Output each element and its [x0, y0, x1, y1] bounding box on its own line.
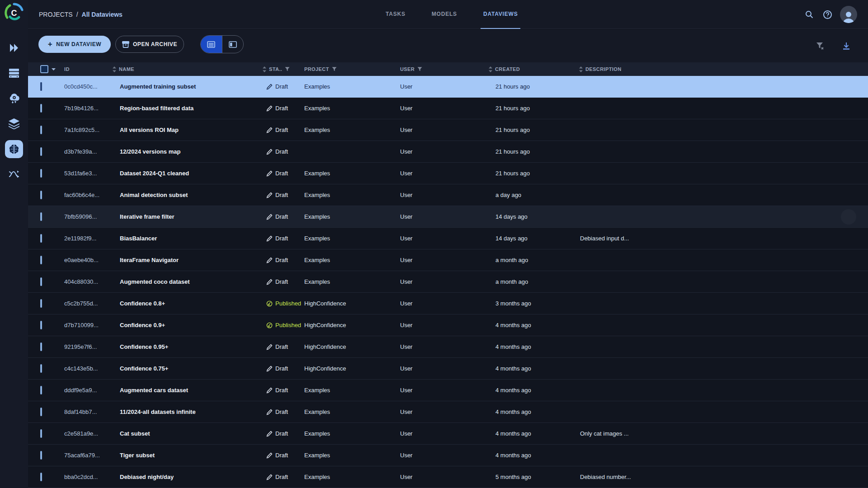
open-archive-button[interactable]: OPEN ARCHIVE	[115, 36, 184, 53]
table-row[interactable]: d3b7fe39a...12/2024 versions mapDraftUse…	[28, 141, 868, 163]
row-checkbox[interactable]	[40, 82, 42, 91]
column-header-description[interactable]: DESCRIPTION	[579, 62, 868, 76]
sidebar-item-autoscalers[interactable]	[5, 89, 23, 108]
row-menu-button[interactable]	[841, 209, 856, 225]
sidebar-item-workers-queues[interactable]	[5, 64, 23, 82]
table-row[interactable]: fac60b6c4e...Animal detection subsetDraf…	[28, 184, 868, 206]
table-row[interactable]: c2e581a9e...Cat subsetDraftExamplesUser4…	[28, 423, 868, 445]
row-checkbox[interactable]	[40, 343, 42, 351]
cell-id: c2e581a9e...	[61, 430, 113, 437]
table-row[interactable]: 8daf14bb7...11/2024-all datasets infinit…	[28, 401, 868, 423]
column-header-status[interactable]: STA..	[263, 62, 300, 76]
cell-user: User	[396, 213, 489, 220]
table-row[interactable]: 0c0cd450c...Augmented training subsetDra…	[28, 76, 868, 98]
breadcrumb-projects[interactable]: PROJECTS	[39, 11, 73, 18]
row-checkbox[interactable]	[40, 451, 42, 460]
sidebar-item-pipelines[interactable]	[5, 165, 23, 183]
table-row[interactable]: bba0c2dcd...Debiased night/dayDraftExamp…	[28, 466, 868, 488]
column-header-id[interactable]: ID	[61, 62, 113, 76]
row-checkbox[interactable]	[40, 169, 42, 178]
cell-user: User	[396, 300, 489, 307]
new-dataview-button[interactable]: + NEW DATAVIEW	[38, 36, 111, 53]
cell-name: Confidence 0.75+	[113, 365, 263, 372]
sort-icon[interactable]	[579, 66, 583, 72]
row-checkbox[interactable]	[40, 408, 42, 416]
clearml-logo[interactable]: C	[4, 2, 24, 23]
table-row[interactable]: 7bfb59096...Iterative frame filterDraftE…	[28, 206, 868, 228]
expand-icon	[8, 43, 20, 53]
column-header-project[interactable]: PROJECT	[300, 62, 396, 76]
row-checkbox[interactable]	[40, 191, 42, 199]
cell-status: Draft	[263, 430, 300, 437]
row-checkbox[interactable]	[40, 256, 42, 264]
table-row[interactable]: c4c143e5b...Confidence 0.75+DraftHighCon…	[28, 358, 868, 380]
table-row[interactable]: 75acaf6a79...Tiger subsetDraftExamplesUs…	[28, 445, 868, 466]
row-checkbox[interactable]	[40, 429, 42, 438]
cell-id: 7b19b4126...	[61, 105, 113, 112]
table-row[interactable]: c5c2b755d...Confidence 0.8+PublishedHigh…	[28, 293, 868, 314]
row-checkbox[interactable]	[40, 212, 42, 221]
row-checkbox[interactable]	[40, 104, 42, 113]
sort-icon[interactable]	[489, 66, 492, 72]
sort-icon[interactable]	[113, 66, 116, 72]
tab-models[interactable]: MODELS	[429, 0, 460, 29]
cell-name: Augmented coco dataset	[113, 278, 263, 285]
table-row[interactable]: 7b19b4126...Region-based filtered dataDr…	[28, 98, 868, 119]
cell-project: Examples	[300, 278, 396, 285]
column-header-user[interactable]: USER	[396, 62, 489, 76]
cell-created: 21 hours ago	[489, 105, 579, 112]
filter-icon[interactable]	[332, 67, 337, 71]
download-icon[interactable]	[837, 37, 855, 55]
table-row[interactable]: e0aebe40b...IteraFrame NavigatorDraftExa…	[28, 249, 868, 271]
card-view-button[interactable]	[222, 36, 244, 53]
row-checkbox[interactable]	[40, 126, 42, 134]
cell-name: Confidence 0.8+	[113, 300, 263, 307]
help-icon[interactable]	[818, 5, 836, 23]
row-checkbox[interactable]	[40, 147, 42, 156]
table-row[interactable]: dddf9e5a9...Augmented cars datasetDraftE…	[28, 380, 868, 401]
table-view-button[interactable]	[201, 36, 222, 53]
tab-tasks[interactable]: TASKS	[383, 0, 408, 29]
table-row[interactable]: 7a1fc892c5...All versions ROI MapDraftEx…	[28, 119, 868, 141]
cell-project: Examples	[300, 127, 396, 133]
column-header-name[interactable]: NAME	[113, 62, 263, 76]
row-checkbox[interactable]	[40, 386, 42, 394]
avatar[interactable]	[840, 6, 857, 23]
row-checkbox[interactable]	[40, 277, 42, 286]
cell-created: a month ago	[489, 278, 579, 285]
sidebar-item-datasets[interactable]	[5, 115, 23, 133]
topbar-icons	[800, 0, 868, 29]
table-row[interactable]: d7b710099...Confidence 0.9+PublishedHigh…	[28, 314, 868, 336]
row-checkbox[interactable]	[40, 473, 42, 481]
row-checkbox[interactable]	[40, 364, 42, 373]
sidebar-item-hyper-datasets[interactable]	[5, 140, 23, 158]
cell-project: Examples	[300, 83, 396, 90]
caret-down-icon[interactable]	[52, 68, 56, 70]
header-select-cell	[28, 65, 61, 73]
draft-pencil-icon	[266, 214, 273, 220]
search-icon[interactable]	[800, 5, 818, 23]
table-row[interactable]: 92195e7f6...Confidence 0.95+DraftHighCon…	[28, 336, 868, 358]
row-select-cell	[28, 105, 61, 112]
row-checkbox[interactable]	[40, 234, 42, 243]
table-row[interactable]: 53d1fa6e3...Dataset 2024-Q1 cleanedDraft…	[28, 163, 868, 184]
clear-filters-icon[interactable]	[811, 37, 829, 55]
sort-icon[interactable]	[263, 66, 266, 72]
cell-created: 4 months ago	[489, 430, 579, 437]
breadcrumb-current[interactable]: All Dataviews	[82, 11, 123, 18]
draft-pencil-icon	[266, 431, 273, 437]
filter-icon[interactable]	[285, 67, 290, 71]
row-checkbox[interactable]	[40, 321, 42, 329]
tab-dataviews[interactable]: DATAVIEWS	[481, 0, 521, 29]
cell-status: Draft	[263, 387, 300, 394]
filter-icon[interactable]	[417, 67, 422, 71]
select-all-checkbox[interactable]	[40, 65, 48, 73]
cell-created: 3 months ago	[489, 300, 579, 307]
cell-status: Published	[263, 322, 300, 328]
row-checkbox[interactable]	[40, 299, 42, 308]
sidebar-item-expand[interactable]	[5, 39, 23, 57]
cell-status: Draft	[263, 192, 300, 198]
column-header-created[interactable]: CREATED	[489, 62, 579, 76]
table-row[interactable]: 2e11982f9...BiasBalancerDraftExamplesUse…	[28, 228, 868, 249]
table-row[interactable]: 404c88030...Augmented coco datasetDraftE…	[28, 271, 868, 293]
